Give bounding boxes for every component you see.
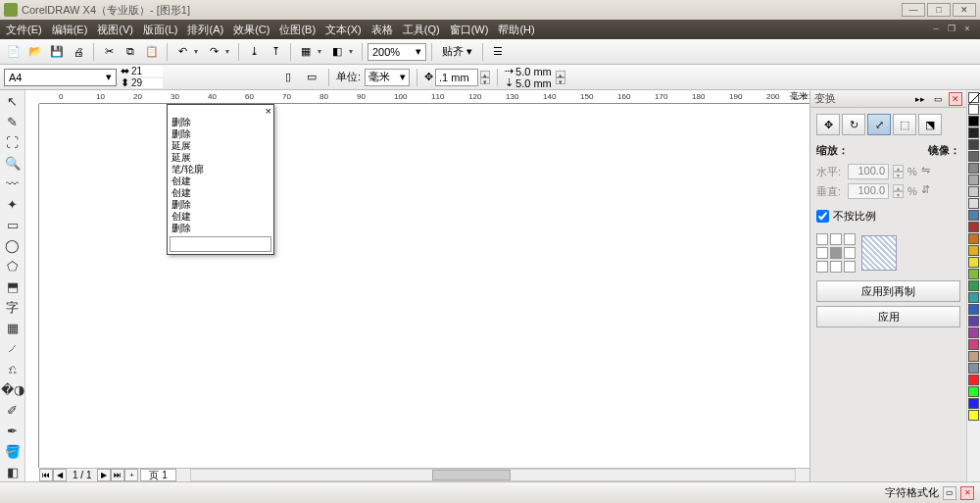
color-swatch[interactable] (968, 292, 979, 303)
welcome-icon[interactable]: ◧ (327, 42, 347, 62)
menu-file[interactable]: 文件(E) (6, 23, 42, 37)
minimize-button[interactable]: — (902, 3, 925, 17)
page-tab[interactable]: 页 1 (140, 469, 175, 481)
paper-size-select[interactable]: A4▾ (4, 69, 117, 86)
menu-edit[interactable]: 编辑(E) (52, 23, 88, 37)
print-icon[interactable]: 🖨 (69, 42, 88, 62)
nudge-input[interactable]: .1 mm (435, 69, 478, 86)
history-item[interactable]: 创建 (168, 187, 273, 199)
close-button[interactable]: ✕ (953, 3, 976, 17)
menu-view[interactable]: 视图(V) (97, 23, 133, 37)
unit-select[interactable]: 毫米▾ (365, 69, 410, 86)
history-item[interactable]: 延展 (168, 140, 273, 152)
position-mode-icon[interactable]: ✥ (816, 114, 840, 135)
color-swatch[interactable] (968, 410, 979, 421)
menu-bitmap[interactable]: 位图(B) (279, 23, 316, 37)
dimension-tool-icon[interactable]: ⟋ (3, 338, 23, 358)
history-item[interactable]: 创建 (168, 211, 273, 223)
open-icon[interactable]: 📂 (25, 42, 45, 62)
h-spinner[interactable]: ▴▾ (893, 165, 904, 178)
menu-window[interactable]: 窗口(W) (450, 23, 489, 37)
v-scale-input[interactable]: 100.0 (848, 183, 889, 199)
color-swatch[interactable] (968, 257, 979, 268)
menu-effects[interactable]: 效果(C) (233, 23, 270, 37)
color-swatch[interactable] (968, 198, 979, 209)
color-swatch[interactable] (968, 151, 979, 162)
color-swatch[interactable] (968, 375, 979, 385)
add-page-button[interactable]: + (124, 469, 138, 481)
apply-duplicate-button[interactable]: 应用到再制 (816, 280, 960, 302)
freehand-tool-icon[interactable]: 〰 (3, 175, 23, 194)
color-swatch[interactable] (968, 222, 979, 232)
color-swatch[interactable] (968, 175, 979, 185)
export-icon[interactable]: ⤒ (266, 42, 285, 62)
horizontal-scrollbar[interactable] (190, 469, 796, 481)
color-swatch[interactable] (968, 116, 979, 126)
color-swatch[interactable] (968, 210, 979, 221)
new-icon[interactable]: 📄 (4, 42, 24, 62)
color-swatch[interactable] (968, 316, 979, 327)
landscape-icon[interactable]: ▭ (302, 68, 321, 87)
mirror-h-icon[interactable]: ⇋ (921, 164, 941, 179)
copy-icon[interactable]: ⧉ (121, 42, 140, 62)
polygon-tool-icon[interactable]: ⬠ (3, 257, 23, 277)
basic-shapes-icon[interactable]: ⬒ (3, 277, 23, 297)
eyedropper-tool-icon[interactable]: ✐ (3, 400, 23, 420)
history-item[interactable]: 删除 (168, 117, 273, 128)
history-item[interactable]: 延展 (168, 152, 273, 164)
save-icon[interactable]: 💾 (47, 42, 67, 62)
menu-text[interactable]: 文本(X) (325, 23, 362, 37)
history-item[interactable]: 创建 (168, 176, 273, 187)
color-swatch[interactable] (968, 127, 979, 138)
page-height-input[interactable] (131, 78, 163, 88)
options-icon[interactable]: ☰ (488, 42, 508, 62)
apply-button[interactable]: 应用 (816, 306, 960, 327)
nudge-spinner[interactable]: ▴▾ (480, 71, 490, 84)
color-swatch[interactable] (968, 269, 979, 279)
drawing-canvas[interactable]: × 删除删除延展延展笔/轮廓创建创建删除创建删除 (39, 104, 809, 468)
menu-help[interactable]: 帮助(H) (498, 23, 534, 37)
mdi-close-button[interactable]: × (960, 24, 974, 35)
portrait-icon[interactable]: ▯ (278, 68, 298, 87)
connector-tool-icon[interactable]: ⎌ (3, 359, 23, 378)
color-swatch[interactable] (968, 163, 979, 174)
snap-button[interactable]: 贴齐 ▾ (437, 42, 477, 62)
outline-tool-icon[interactable]: ✒ (3, 421, 23, 440)
menu-layout[interactable]: 版面(L) (143, 23, 177, 37)
dup-spinner[interactable]: ▴▾ (556, 71, 565, 84)
menu-tools[interactable]: 工具(Q) (403, 23, 440, 37)
zoom-select[interactable]: 200%▾ (368, 43, 426, 61)
scale-mode-icon[interactable]: ⤢ (867, 114, 891, 135)
color-swatch[interactable] (968, 304, 979, 315)
maximize-button[interactable]: □ (927, 3, 951, 17)
history-item[interactable]: 删除 (168, 223, 273, 234)
color-swatch[interactable] (968, 398, 979, 409)
history-item[interactable]: 笔/轮廓 (168, 164, 273, 176)
undo-icon[interactable]: ↶ (172, 42, 192, 62)
mdi-restore-button[interactable]: ❐ (945, 24, 958, 35)
app-launcher-icon[interactable]: ▦ (296, 42, 316, 62)
text-tool-icon[interactable]: 字 (3, 298, 23, 318)
docker-collapse-icon[interactable]: ▸▸ (913, 92, 927, 106)
char-docker-menu-icon[interactable]: ▭ (943, 486, 956, 500)
shape-tool-icon[interactable]: ✎ (3, 113, 23, 132)
rotate-mode-icon[interactable]: ↻ (842, 114, 865, 135)
crop-tool-icon[interactable]: ⛶ (3, 133, 23, 153)
fill-tool-icon[interactable]: 🪣 (3, 441, 23, 461)
rectangle-tool-icon[interactable]: ▭ (3, 216, 23, 235)
menu-table[interactable]: 表格 (371, 23, 393, 37)
color-swatch[interactable] (968, 386, 979, 397)
anchor-grid[interactable] (816, 233, 856, 273)
mdi-minimize-button[interactable]: – (929, 24, 943, 35)
color-swatch[interactable] (968, 351, 979, 362)
ellipse-tool-icon[interactable]: ◯ (3, 236, 23, 256)
interactive-fill-icon[interactable]: ◧ (3, 462, 23, 481)
h-scale-input[interactable]: 100.0 (848, 164, 889, 179)
last-page-button[interactable]: ⏭ (111, 469, 124, 481)
size-mode-icon[interactable]: ⬚ (893, 114, 916, 135)
popup-close-icon[interactable]: × (266, 105, 271, 117)
v-spinner[interactable]: ▴▾ (893, 184, 904, 198)
color-swatch[interactable] (968, 139, 979, 150)
popup-input[interactable] (170, 236, 271, 252)
menu-arrange[interactable]: 排列(A) (187, 23, 223, 37)
